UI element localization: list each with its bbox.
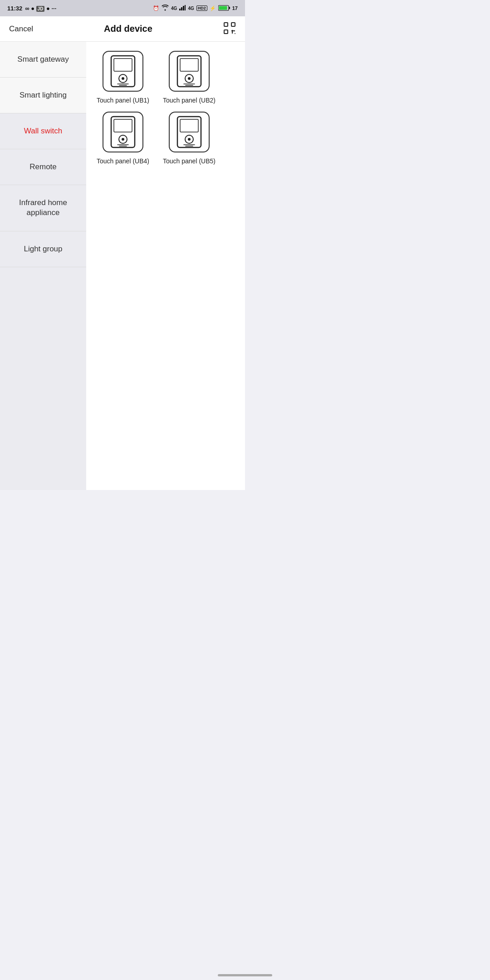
svg-rect-2 bbox=[183, 6, 184, 10]
svg-rect-9 bbox=[224, 30, 228, 34]
svg-rect-7 bbox=[224, 23, 228, 26]
device-item-ub2[interactable]: Touch panel (UB2) bbox=[160, 51, 219, 104]
svg-rect-20 bbox=[180, 59, 198, 71]
device-icon-ub5-wrap bbox=[169, 112, 210, 152]
signal-bar-icon bbox=[179, 5, 186, 11]
cancel-button[interactable]: Cancel bbox=[9, 24, 33, 34]
device-item-ub4[interactable]: Touch panel (UB4) bbox=[93, 112, 152, 165]
sidebar: Smart gateway Smart lighting Wall switch… bbox=[0, 42, 86, 490]
device-label-ub5: Touch panel (UB5) bbox=[163, 157, 216, 165]
touch-panel-ub4-icon bbox=[109, 116, 137, 148]
status-time: 11:32 bbox=[7, 5, 22, 12]
device-item-ub5[interactable]: Touch panel (UB5) bbox=[160, 112, 219, 165]
device-icon-ub4-wrap bbox=[103, 112, 143, 152]
battery-icon bbox=[218, 5, 230, 12]
device-label-ub2: Touch panel (UB2) bbox=[163, 96, 216, 104]
charging-icon: ⚡ bbox=[210, 5, 216, 11]
top-bar: Cancel Add device bbox=[0, 16, 245, 42]
touch-panel-ub1-icon bbox=[109, 55, 137, 88]
status-icons: ∞ ● JD ● ··· bbox=[25, 5, 56, 12]
device-item-ub1[interactable]: Touch panel (UB1) bbox=[93, 51, 152, 104]
svg-point-22 bbox=[188, 77, 191, 80]
page-title: Add device bbox=[104, 24, 152, 34]
main-layout: Smart gateway Smart lighting Wall switch… bbox=[0, 42, 245, 490]
status-left: 11:32 ∞ ● JD ● ··· bbox=[7, 5, 56, 12]
touch-panel-ub2-icon bbox=[176, 55, 203, 88]
sidebar-item-remote[interactable]: Remote bbox=[0, 149, 86, 185]
svg-rect-26 bbox=[114, 119, 132, 132]
status-bar: 11:32 ∞ ● JD ● ··· ⏰ 4G 4G HD2 ⚡ 17 bbox=[0, 0, 245, 16]
svg-point-34 bbox=[188, 138, 191, 141]
svg-rect-8 bbox=[231, 23, 235, 26]
signal-4g-2-icon: 4G bbox=[188, 6, 194, 11]
device-label-ub1: Touch panel (UB1) bbox=[97, 96, 149, 104]
sidebar-item-smart-lighting[interactable]: Smart lighting bbox=[0, 78, 86, 113]
svg-point-28 bbox=[122, 138, 124, 141]
svg-rect-6 bbox=[219, 6, 227, 10]
signal-4g-icon: 4G bbox=[171, 6, 177, 11]
sidebar-item-light-group[interactable]: Light group bbox=[0, 231, 86, 267]
svg-rect-32 bbox=[180, 119, 198, 132]
svg-rect-5 bbox=[229, 7, 230, 9]
scan-icon bbox=[223, 22, 236, 34]
sidebar-item-smart-gateway[interactable]: Smart gateway bbox=[0, 42, 86, 78]
device-label-ub4: Touch panel (UB4) bbox=[97, 157, 149, 165]
status-right: ⏰ 4G 4G HD2 ⚡ 17 bbox=[153, 5, 238, 12]
svg-rect-3 bbox=[185, 5, 186, 10]
touch-panel-ub5-icon bbox=[176, 116, 203, 148]
sidebar-item-wall-switch[interactable]: Wall switch bbox=[0, 113, 86, 149]
device-grid: Touch panel (UB1) Touch panel (UB2) bbox=[93, 51, 238, 165]
device-icon-ub2-wrap bbox=[169, 51, 210, 92]
content-area: Touch panel (UB1) Touch panel (UB2) bbox=[86, 42, 245, 490]
sidebar-item-infrared-home-appliance[interactable]: Infrared home appliance bbox=[0, 185, 86, 231]
battery-level: 17 bbox=[232, 5, 238, 11]
svg-rect-14 bbox=[114, 59, 132, 71]
svg-point-16 bbox=[122, 77, 124, 80]
svg-rect-1 bbox=[181, 7, 182, 10]
wifi-icon bbox=[162, 5, 169, 12]
alarm-icon: ⏰ bbox=[153, 5, 159, 11]
hd2-icon: HD2 bbox=[196, 5, 207, 11]
device-icon-ub1-wrap bbox=[103, 51, 143, 92]
scan-button[interactable] bbox=[223, 22, 236, 36]
svg-rect-0 bbox=[179, 9, 181, 10]
